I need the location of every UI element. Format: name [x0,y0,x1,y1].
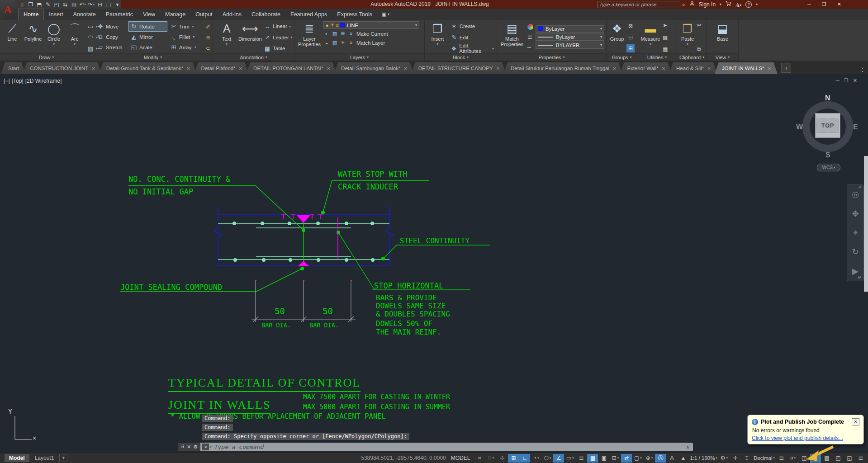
file-tab[interactable]: Detail Ground Tank & Septiktank* [99,62,197,74]
clean-screen-icon[interactable]: ◱ [844,454,855,463]
groups-panel-label[interactable]: Groups [607,53,637,61]
quick-calc-icon[interactable]: ▦ [663,46,668,52]
compass-south[interactable]: S [825,151,830,159]
text-button[interactable]: AText [215,21,238,53]
dynamic-ucs-icon[interactable]: ⇄ [621,454,632,463]
modify-panel-label[interactable]: Modify [93,53,213,61]
save-as-icon[interactable]: ✎ [44,1,52,8]
command-input[interactable] [213,443,686,451]
table-button[interactable]: ▦Table [264,44,293,52]
open-file-icon[interactable]: ❒ [27,1,34,8]
sheet-set-icon[interactable]: ⊟ [96,1,104,8]
layer-freeze-icon[interactable]: ❆ [340,31,346,37]
layer-unlock2-icon[interactable]: ¤ [348,40,354,46]
close-tab-icon[interactable] [186,66,190,71]
array-button[interactable]: ⊞Array [168,42,203,52]
file-tab[interactable]: JOINT IN WALLS* [715,62,778,74]
autoscale-icon[interactable]: A [666,454,677,463]
ribbon-display-toggle[interactable]: ▣ [382,9,389,20]
close-tab-icon[interactable] [496,66,500,71]
clipboard-panel-label[interactable]: Clipboard [677,53,707,61]
properties-panel-label[interactable]: Properties [497,53,606,61]
tab-overflow-icon[interactable]: ⌄⌄ [861,66,864,72]
layers-panel-label[interactable]: Layers [294,53,424,61]
ribbon-tab[interactable]: Annotate [68,9,101,20]
close-tab-icon[interactable] [327,66,330,71]
command-collapse-icon[interactable]: ∧ [686,444,689,449]
mirror-button[interactable]: ◭Mirror [128,32,167,42]
quick-select-icon[interactable]: ➤ [663,22,668,28]
layer-thaw-all-icon[interactable]: ☀ [340,40,346,46]
lineweight-icon[interactable]: ☰ [576,454,587,463]
scrollbar[interactable] [864,156,868,292]
close-button[interactable]: ✕ [837,1,841,7]
grid-display-icon[interactable]: ⌗ [474,454,485,463]
command-grip-icon[interactable]: ⠿ [181,444,185,450]
group-button[interactable]: ❖ Group [608,21,626,53]
copy-clip-icon[interactable]: ⧉ [697,46,702,52]
file-tab[interactable]: DETAIL STRUCTURE CANOPY [411,62,506,74]
infer-constraints-icon[interactable]: ⊹ [497,454,508,463]
notification-close-button[interactable]: ✕ [852,418,859,425]
annotation-panel-label[interactable]: Annotation [213,53,294,61]
selection-filtering-icon[interactable]: ▢ [632,454,643,463]
ungroup-icon[interactable]: ⊠ [626,22,635,30]
3d-object-snap-icon[interactable]: ⊡ [610,454,621,463]
rotate-button[interactable]: ↻Rotate [128,21,167,32]
units-icon[interactable]: ⌶ [741,454,752,463]
help-menu-icon[interactable]: ▾ [756,2,758,6]
units-label[interactable]: Decimal [753,454,776,463]
view-panel-label[interactable]: View [707,53,738,61]
select-similar-icon[interactable]: ▩ [663,34,668,41]
gizmo-icon[interactable]: ⊕ [644,454,655,463]
recent-commands-caret[interactable]: ▾ [210,445,212,449]
annotation-monitor-icon[interactable]: ✛ [730,454,741,463]
file-tab[interactable]: DETAIL POTONGAN LANTAI* [246,62,337,74]
property-select[interactable]: BYLAYER [536,42,604,49]
layer-unisolate-icon[interactable]: ▨ [332,31,338,37]
view-cube[interactable]: TOP N W E S [802,101,853,152]
layer-select[interactable]: ●☀¤ LINE [323,21,419,29]
arc-button[interactable]: ⌒Arc [64,21,85,53]
group-edit-icon[interactable]: ⊡ [626,33,635,42]
view-cube-top-face[interactable]: TOP [815,113,840,138]
compass-north[interactable]: N [825,94,830,102]
polar-tracking-icon[interactable]: ◔ [531,454,541,463]
search-input[interactable] [598,1,680,8]
ribbon-tab[interactable]: Featured Apps [285,9,332,20]
object-snap-tracking-icon[interactable]: ∠ [553,454,564,463]
cut-icon[interactable]: ✂ [697,22,702,28]
draw-panel-label[interactable]: Draw [0,53,93,61]
utilities-panel-label[interactable]: Utilities [637,53,677,61]
match-layer-button[interactable]: Match Layer [356,40,385,46]
paste-button[interactable]: ❐ Paste [679,21,696,53]
polyline-button[interactable]: ∿Polyline [23,21,43,53]
file-tab[interactable]: Detail Struktur Penulangan Rumah Tinggal [503,62,622,74]
leader-button[interactable]: ↗Leader [264,33,293,42]
create-block-button[interactable]: ✶Create [451,22,494,30]
ribbon-tab[interactable]: Express Tools [332,9,377,20]
annotation-scale-icon[interactable]: ▲ [678,454,688,463]
file-tab[interactable]: Exterior Wall* [620,62,672,74]
save-to-mobile-icon[interactable]: ◰ [53,1,61,8]
lock-ui-icon[interactable]: ¤ [787,454,798,463]
file-tab[interactable]: Detail Plafond* [194,62,249,74]
search-box[interactable] [597,1,680,8]
redo-icon[interactable]: ↷ [87,1,95,8]
recent-commands-icon[interactable]: > [202,444,209,450]
close-tab-icon[interactable] [403,66,407,71]
undo-icon[interactable]: ↶ [79,1,86,8]
ortho-mode-icon[interactable]: ∟ [519,454,530,463]
file-tab[interactable]: Start [1,62,25,74]
plot-icon[interactable]: ▤ [70,1,78,8]
quick-properties-icon[interactable]: ☰ [776,454,787,463]
open-from-mobile-icon[interactable]: ⇆ [62,1,69,8]
minimize-button[interactable]: ─ [807,2,811,7]
dynamic-input-icon[interactable]: ⊞ [508,454,519,463]
ribbon-tab[interactable]: Output [190,9,218,20]
close-tab-icon[interactable] [768,66,771,71]
ribbon-tab[interactable]: Insert [44,9,68,20]
ribbon-tab[interactable]: Collaborate [247,9,285,20]
group-selection-icon[interactable]: ⊞ [626,44,635,52]
new-tab-button[interactable]: + [781,63,791,73]
